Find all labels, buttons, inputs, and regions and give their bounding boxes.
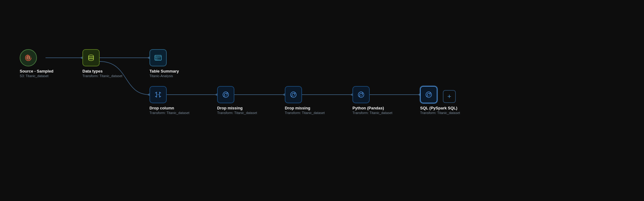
drop-column-icon-box[interactable]	[149, 86, 167, 103]
drop-missing-2-icon-box[interactable]	[285, 86, 302, 103]
svg-marker-10	[282, 93, 285, 96]
svg-marker-9	[215, 93, 217, 96]
table-summary-node[interactable]: Table Summary Titanic-Analysis	[149, 49, 179, 78]
python-pandas-sublabel: Transform: Titanic_dataset	[352, 111, 392, 115]
drop-missing-1-transform-icon	[221, 90, 230, 99]
table-summary-sublabel: Titanic-Analysis	[149, 74, 173, 78]
svg-marker-12	[418, 93, 420, 96]
source-node[interactable]: Source - Sampled S3: Titanic_dataset	[20, 49, 54, 78]
plus-icon: +	[447, 93, 451, 100]
sql-pyspark-icon-box[interactable]	[420, 86, 437, 103]
table-summary-icon-box[interactable]	[149, 49, 167, 66]
drop-missing-1-icon-box[interactable]	[217, 86, 234, 103]
svg-marker-11	[350, 93, 352, 96]
sql-pyspark-label: SQL (PySpark SQL)	[420, 106, 457, 110]
drop-missing-1-label: Drop missing	[217, 106, 243, 110]
svg-rect-24	[156, 59, 156, 60]
add-node-button[interactable]: +	[443, 90, 456, 103]
svg-rect-23	[158, 57, 160, 58]
svg-marker-6	[80, 57, 82, 59]
data-types-icon-box[interactable]	[82, 49, 100, 66]
drop-column-sublabel: Transform: Titanic_dataset	[149, 111, 189, 115]
drop-missing-2-node[interactable]: Drop missing Transform: Titanic_dataset	[285, 86, 325, 115]
source-icon-box[interactable]	[20, 49, 37, 66]
drop-column-transform-icon	[154, 90, 162, 99]
sql-pyspark-sublabel: Transform: Titanic_dataset	[420, 111, 460, 115]
drop-missing-2-sublabel: Transform: Titanic_dataset	[285, 111, 325, 115]
drop-column-node[interactable]: Drop column Transform: Titanic_dataset	[149, 86, 189, 115]
drop-missing-1-sublabel: Transform: Titanic_dataset	[217, 111, 257, 115]
table-summary-icon	[154, 53, 162, 62]
python-pandas-transform-icon	[357, 90, 365, 99]
source-sublabel: S3: Titanic_dataset	[20, 74, 49, 78]
source-icon	[24, 53, 33, 62]
svg-marker-8	[147, 93, 149, 96]
drop-column-label: Drop column	[149, 106, 174, 110]
source-label: Source - Sampled	[20, 69, 54, 73]
data-types-node[interactable]: Data types Transform: Titanic_dataset	[82, 49, 122, 78]
svg-rect-25	[158, 59, 160, 60]
python-pandas-node[interactable]: Python (Pandas) Transform: Titanic_datas…	[352, 86, 392, 115]
data-types-sublabel: Transform: Titanic_dataset	[82, 74, 122, 78]
data-types-label: Data types	[82, 69, 103, 73]
svg-rect-22	[156, 57, 156, 58]
sql-pyspark-transform-icon	[424, 90, 433, 99]
data-types-icon	[87, 53, 95, 62]
svg-marker-7	[147, 57, 149, 59]
python-pandas-label: Python (Pandas)	[352, 106, 384, 110]
drop-missing-1-node[interactable]: Drop missing Transform: Titanic_dataset	[217, 86, 257, 115]
pipeline-canvas: Source - Sampled S3: Titanic_dataset Dat…	[0, 0, 644, 201]
drop-missing-2-transform-icon	[289, 90, 298, 99]
python-pandas-icon-box[interactable]	[352, 86, 370, 103]
table-summary-label: Table Summary	[149, 69, 179, 73]
drop-missing-2-label: Drop missing	[285, 106, 310, 110]
